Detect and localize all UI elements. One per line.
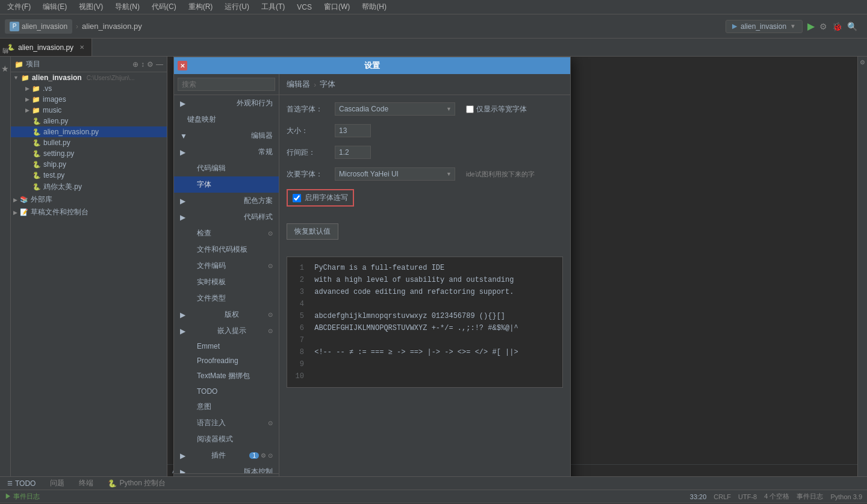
menu-item-edit[interactable]: 编辑(E) <box>40 1 69 13</box>
font-preview: 1 PyCharm is a full-featured IDE 2 with … <box>287 257 563 388</box>
menu-item-vcs[interactable]: VCS <box>294 2 314 13</box>
debug-button[interactable]: 🐞 <box>832 22 842 31</box>
favorites-icon[interactable]: ★ <box>1 64 9 73</box>
tab-terminal[interactable]: 终端 <box>76 477 96 490</box>
line-height-row: 行间距： <box>287 146 563 159</box>
tree-item-test-py[interactable]: 🐍 test.py <box>11 170 167 181</box>
menu-item-file[interactable]: 文件(F) <box>5 1 33 13</box>
tree-item-music[interactable]: ▶ 📁 music <box>11 105 167 116</box>
tree-item-jntml-py[interactable]: 🐍 鸡你太美.py <box>11 181 167 193</box>
tree-item-bullet-py[interactable]: 🐍 bullet.py <box>11 137 167 148</box>
ligature-checkbox-label[interactable]: 启用字体连写 <box>287 189 354 207</box>
menu-inlay-hints[interactable]: ▶ 嵌入提示 ⊙ <box>174 323 279 339</box>
menu-item-run[interactable]: 运行(U) <box>222 1 252 13</box>
menu-lang-injection[interactable]: 语言注入 ⊙ <box>174 415 279 431</box>
restore-defaults-button[interactable]: 恢复默认值 <box>287 223 338 240</box>
search-everywhere-button[interactable]: 🔍 <box>847 22 857 31</box>
menu-lang-injection-label: 语言注入 <box>197 418 226 428</box>
menu-inspection[interactable]: 检查 ⊙ <box>174 225 279 241</box>
tree-item-vs[interactable]: ▶ 📁 .vs <box>11 83 167 94</box>
project-breadcrumb[interactable]: P alien_invasion <box>5 19 72 34</box>
menu-item-window[interactable]: 窗口(W) <box>322 1 352 13</box>
ligature-checkbox[interactable] <box>293 194 301 202</box>
line-ending[interactable]: CRLF <box>713 493 731 500</box>
event-log-left[interactable]: ▶ 事件日志 <box>5 492 40 501</box>
tab-problems[interactable]: 问题 <box>48 477 67 490</box>
project-icon-1[interactable]: ⊕ <box>132 60 138 69</box>
left-sidebar-icons: 结构 ★ <box>0 57 11 476</box>
menu-item-refactor[interactable]: 重构(R) <box>186 1 216 13</box>
encoding[interactable]: UTF-8 <box>738 493 757 500</box>
menu-item-code[interactable]: 代码(C) <box>149 1 179 13</box>
build-button[interactable]: ⚙ <box>819 22 827 31</box>
tree-root[interactable]: ▼ 📁 alien_invasion C:\Users\Zhijun\... <box>11 72 167 83</box>
menu-appearance[interactable]: ▶ 外观和行为 <box>174 95 279 111</box>
python-version[interactable]: Python 3.9 <box>830 493 862 500</box>
only-mono-checkbox[interactable] <box>466 105 474 113</box>
only-mono-text: 仅显示等宽字体 <box>476 104 527 114</box>
menu-emmet-label: Emmet <box>197 342 220 350</box>
tree-item-images[interactable]: ▶ 📁 images <box>11 94 167 105</box>
tree-item-alien-py[interactable]: 🐍 alien.py <box>11 116 167 126</box>
project-icon-3[interactable]: ⚙ <box>147 60 154 69</box>
menu-item-help[interactable]: 帮助(H) <box>359 1 389 13</box>
menu-emmet[interactable]: Emmet <box>174 339 279 353</box>
settings-close-button[interactable]: ✕ <box>178 61 187 70</box>
menu-intentions[interactable]: 意图 <box>174 399 279 415</box>
tab-python-console[interactable]: 🐍 Python 控制台 <box>105 477 168 490</box>
tab-todo[interactable]: ☰ TODO <box>5 478 38 489</box>
file-tab-alien-invasion[interactable]: 🐍 alien_invasion.py ✕ <box>0 39 92 56</box>
menu-copyright[interactable]: ▶ 版权 ⊙ <box>174 306 279 323</box>
menu-textmate[interactable]: TextMate 捆绑包 <box>174 368 279 384</box>
menu-keymap[interactable]: 键盘映射 <box>174 111 279 128</box>
indent[interactable]: 4 个空格 <box>764 492 789 501</box>
file-breadcrumb: alien_invasion.py <box>82 22 142 31</box>
menu-copyright-label: 版权 <box>225 310 239 320</box>
menu-editor[interactable]: ▼ 编辑器 <box>174 128 279 144</box>
tree-item-scratches[interactable]: ▶ 📝 草稿文件和控制台 <box>11 206 167 219</box>
toolbar: P alien_invasion › alien_invasion.py ▶ a… <box>0 14 867 39</box>
right-icon-1[interactable]: ⚙ <box>860 59 865 66</box>
tree-item-external-libs[interactable]: ▶ 📚 外部库 <box>11 193 167 206</box>
menu-item-tools[interactable]: 工具(T) <box>259 1 287 13</box>
menu-color-scheme[interactable]: ▶ 配色方案 <box>174 193 279 209</box>
status-bar-left: ▶ 事件日志 <box>5 492 685 501</box>
menu-font[interactable]: 字体 <box>174 176 279 193</box>
preview-line-1: 1 PyCharm is a full-featured IDE <box>292 262 558 274</box>
project-icon-2[interactable]: ↕ <box>141 60 144 69</box>
menu-code-style[interactable]: ▶ 代码样式 <box>174 209 279 225</box>
menu-vcs-label: 版本控制 <box>244 467 273 473</box>
tree-item-alien-invasion-py[interactable]: 🐍 alien_invasion.py <box>11 126 167 137</box>
menu-proofreading[interactable]: Proofreading <box>174 353 279 368</box>
arrow-codestyle-icon: ▶ <box>180 213 185 222</box>
settings-search-input[interactable] <box>178 78 275 91</box>
menu-reader-mode[interactable]: 阅读器模式 <box>174 431 279 447</box>
file-tab-bar: 🐍 alien_invasion.py ✕ <box>0 39 867 57</box>
secondary-font-select[interactable]: Microsoft YaHei UI <box>335 167 455 181</box>
menu-vcs[interactable]: ▶ 版本控制 <box>174 464 279 473</box>
project-icon-4[interactable]: — <box>156 60 163 69</box>
menu-item-nav[interactable]: 导航(N) <box>113 1 142 13</box>
settings-help-button[interactable]: ? <box>174 473 279 476</box>
settings-title: 设置 <box>364 60 380 71</box>
primary-font-select[interactable]: Cascadia Code <box>335 102 455 116</box>
menu-code-editing[interactable]: 代码编辑 <box>174 160 279 176</box>
line-height-input[interactable] <box>335 146 371 159</box>
menu-live-templates[interactable]: 实时模板 <box>174 274 279 290</box>
menu-color-scheme-label: 配色方案 <box>244 196 273 206</box>
secondary-font-hint: ide试图利用按下来的字 <box>466 170 535 179</box>
menu-todo[interactable]: TODO <box>174 384 279 399</box>
menu-file-code-templates[interactable]: 文件和代码模板 <box>174 241 279 258</box>
menu-file-types[interactable]: 文件类型 <box>174 290 279 306</box>
menu-plugins[interactable]: ▶ 插件 1 ⚙ ⊙ <box>174 447 279 464</box>
menu-file-encoding[interactable]: 文件编码 ⊙ <box>174 258 279 274</box>
run-button[interactable]: ▶ <box>807 20 815 32</box>
menu-item-view[interactable]: 视图(V) <box>76 1 105 13</box>
size-input[interactable] <box>335 124 371 137</box>
tree-item-setting-py[interactable]: 🐍 setting.py <box>11 148 167 159</box>
tree-item-ship-py[interactable]: 🐍 ship.py <box>11 159 167 170</box>
file-tab-close[interactable]: ✕ <box>79 44 84 51</box>
menu-general[interactable]: ▶ 常规 <box>174 144 279 160</box>
event-log[interactable]: 事件日志 <box>797 492 823 501</box>
settings-menu: ▶ 外观和行为 键盘映射 ▼ 编辑器 ▶ 常规 <box>174 95 279 473</box>
